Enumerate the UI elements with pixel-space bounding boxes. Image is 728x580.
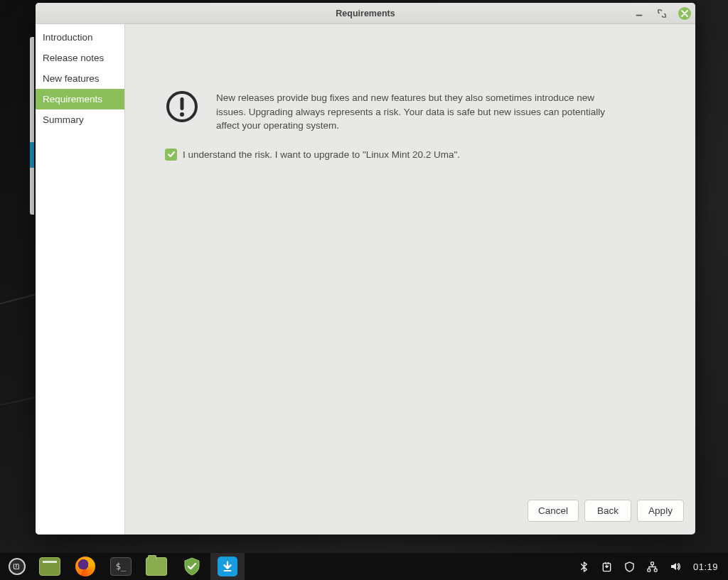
- upgrade-dialog: Requirements Introduction Release notes …: [36, 3, 695, 535]
- svg-rect-8: [655, 569, 658, 571]
- taskbar-launchers: $_: [33, 553, 245, 580]
- dialog-body: Introduction Release notes New features …: [36, 24, 695, 535]
- svg-point-3: [180, 112, 184, 117]
- svg-rect-4: [224, 570, 232, 571]
- update-manager-task[interactable]: [210, 553, 245, 580]
- svg-rect-7: [648, 569, 651, 571]
- terminal-launcher[interactable]: $_: [104, 553, 138, 580]
- window-controls: [633, 3, 691, 23]
- mint-logo-icon: [9, 558, 26, 575]
- svg-rect-0: [636, 14, 643, 16]
- cancel-button[interactable]: Cancel: [528, 500, 579, 522]
- folder-icon: [146, 557, 167, 576]
- svg-rect-6: [651, 562, 654, 564]
- sidebar-item-requirements[interactable]: Requirements: [36, 89, 124, 109]
- background-window-edge: [30, 37, 34, 215]
- consent-checkbox[interactable]: [165, 149, 177, 161]
- close-button[interactable]: [678, 7, 691, 20]
- shield-icon: [182, 557, 202, 576]
- desktop-icon: [39, 557, 60, 576]
- warning-row: New releases provide bug fixes and new f…: [165, 90, 674, 133]
- files-launcher[interactable]: [139, 553, 173, 580]
- taskbar: $_: [0, 553, 728, 580]
- titlebar[interactable]: Requirements: [36, 3, 695, 24]
- updates-tray-icon[interactable]: [601, 560, 614, 573]
- content-inner: New releases provide bug fixes and new f…: [125, 24, 695, 500]
- dialog-buttons: Cancel Back Apply: [125, 500, 695, 535]
- minimize-button[interactable]: [633, 7, 646, 20]
- volume-icon[interactable]: [669, 560, 682, 573]
- firefox-launcher[interactable]: [68, 553, 102, 580]
- svg-rect-2: [181, 97, 184, 110]
- sidebar: Introduction Release notes New features …: [36, 24, 125, 535]
- terminal-icon: $_: [110, 557, 132, 576]
- warning-text: New releases provide bug fixes and new f…: [216, 90, 614, 133]
- warning-icon: [165, 90, 199, 124]
- sidebar-item-summary[interactable]: Summary: [36, 109, 124, 130]
- start-menu-button[interactable]: [4, 556, 30, 577]
- show-desktop-button[interactable]: [33, 553, 67, 580]
- window-title: Requirements: [336, 9, 395, 18]
- sidebar-item-introduction[interactable]: Introduction: [36, 27, 124, 48]
- sidebar-item-release-notes[interactable]: Release notes: [36, 48, 124, 68]
- firefox-icon: [75, 557, 95, 576]
- maximize-button[interactable]: [655, 7, 668, 20]
- network-icon[interactable]: [646, 560, 659, 573]
- content-pane: New releases provide bug fixes and new f…: [125, 24, 695, 535]
- consent-label[interactable]: I understand the risk. I want to upgrade…: [183, 149, 460, 160]
- sidebar-item-new-features[interactable]: New features: [36, 68, 124, 89]
- security-launcher[interactable]: [175, 553, 209, 580]
- system-tray: 01:19: [578, 560, 724, 573]
- background-window-accent: [30, 142, 34, 168]
- shield-tray-icon[interactable]: [623, 560, 636, 573]
- download-arrow-icon: [218, 557, 237, 576]
- consent-row: I understand the risk. I want to upgrade…: [165, 149, 674, 161]
- taskbar-clock[interactable]: 01:19: [693, 562, 718, 572]
- apply-button[interactable]: Apply: [637, 500, 684, 522]
- back-button[interactable]: Back: [584, 500, 631, 522]
- bluetooth-icon[interactable]: [578, 560, 591, 573]
